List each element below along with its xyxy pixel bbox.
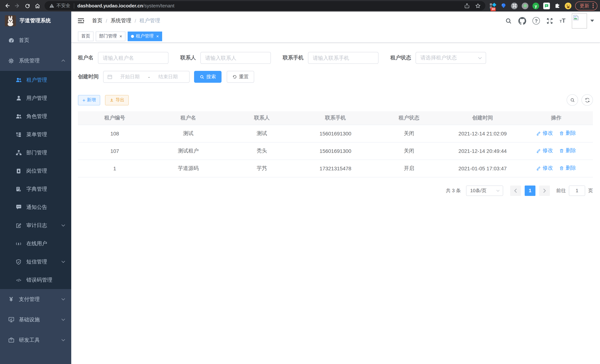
back-icon[interactable] — [3, 1, 12, 10]
app-logo — [5, 15, 16, 26]
extension-record-icon[interactable] — [522, 2, 528, 9]
user-menu[interactable] — [572, 13, 594, 28]
browser-toolbar: 不安全 dashboard.yudao.iocoder.cn/system/te… — [0, 0, 600, 11]
app-title: 芋道管理系统 — [20, 18, 51, 24]
sidebar-collapse-icon[interactable] — [76, 16, 86, 25]
update-button[interactable]: 更新 — [575, 1, 597, 10]
sidebar-item-menu[interactable]: 菜单管理 — [0, 125, 71, 144]
table-header-row: 租户编号 租户名 联系人 联系手机 租户状态 创建时间 操作 — [78, 111, 593, 125]
dict-icon — [15, 186, 22, 192]
sidebar-item-sms[interactable]: 短信管理 — [0, 253, 71, 271]
tab-tenant[interactable]: 租户管理 × — [128, 31, 162, 41]
sidebar-item-error-code[interactable]: </> 错误码管理 — [0, 271, 71, 289]
chevron-down-icon — [61, 318, 65, 321]
breadcrumb-current: 租户管理 — [140, 18, 160, 24]
search-button[interactable]: 搜索 — [194, 71, 222, 83]
browser-menu-icon[interactable] — [593, 3, 594, 8]
sidebar-item-role[interactable]: 角色管理 — [0, 107, 71, 125]
edit-button[interactable]: 修改 — [536, 165, 553, 172]
refresh-table-button[interactable] — [581, 94, 593, 106]
contact-input[interactable] — [200, 52, 271, 64]
profile-avatar-icon[interactable] — [565, 2, 572, 9]
add-button[interactable]: + 新增 — [78, 95, 100, 105]
goto-page-input[interactable] — [569, 185, 585, 196]
contact-label: 联系人 — [180, 55, 196, 61]
col-tenant-name: 租户名 — [151, 111, 225, 125]
sidebar-item-audit-log[interactable]: 审计日志 — [0, 216, 71, 234]
goto-label: 前往 — [556, 187, 566, 194]
sidebar-item-system[interactable]: 系统管理 — [0, 50, 71, 71]
toggle-search-button[interactable] — [567, 94, 578, 106]
sidebar-item-online-users[interactable]: 在线用户 — [0, 234, 71, 253]
tags-view: 首页 部门管理 × 租户管理 × — [71, 30, 600, 43]
sidebar-item-dict[interactable]: 字典管理 — [0, 180, 71, 198]
sidebar-item-user[interactable]: 用户管理 — [0, 89, 71, 107]
tree-icon — [15, 131, 22, 138]
online-icon — [15, 240, 22, 247]
chevron-down-icon — [61, 298, 65, 300]
page-1-button[interactable]: 1 — [525, 185, 535, 196]
sidebar-item-post[interactable]: 岗位管理 — [0, 162, 71, 180]
delete-button[interactable]: 删除 — [559, 148, 576, 154]
tenant-name-label: 租户名 — [78, 55, 94, 61]
security-warning-icon[interactable] — [49, 3, 55, 9]
logo-row[interactable]: 芋道管理系统 — [0, 11, 71, 30]
help-icon[interactable]: ? — [533, 17, 540, 25]
navbar: 首页 / 系统管理 / 租户管理 ? — [71, 11, 600, 30]
update-label: 更新 — [580, 2, 589, 9]
edit-button[interactable]: 修改 — [536, 130, 553, 137]
breadcrumb-home[interactable]: 首页 — [92, 18, 103, 24]
sitemap-icon — [15, 149, 22, 156]
share-icon[interactable] — [464, 3, 470, 9]
page-size-select[interactable]: 10条/页 — [466, 185, 503, 196]
extension-y-icon[interactable]: y — [533, 2, 539, 9]
create-time-label: 创建时间 — [78, 74, 99, 80]
reload-icon[interactable] — [23, 1, 32, 10]
system-submenu: 租户管理 用户管理 角色管理 — [0, 71, 71, 289]
fullscreen-icon[interactable] — [546, 17, 553, 24]
pagination-total: 共 3 条 — [446, 187, 461, 194]
col-contact: 联系人 — [225, 111, 299, 125]
extensions-area: 10 y — [489, 2, 572, 9]
status-select[interactable]: 请选择租户状态 — [416, 52, 486, 64]
edit-button[interactable]: 修改 — [536, 148, 553, 154]
bookmark-star-icon[interactable] — [475, 3, 481, 9]
close-icon[interactable]: × — [120, 34, 122, 38]
forward-icon[interactable] — [13, 1, 22, 10]
header-search-icon[interactable] — [505, 17, 512, 24]
close-icon[interactable]: × — [156, 34, 159, 38]
extension-command-icon[interactable] — [511, 2, 518, 9]
extension-chat-icon[interactable] — [543, 2, 550, 9]
breadcrumb-system[interactable]: 系统管理 — [111, 18, 131, 24]
sidebar-item-dev-tools[interactable]: 研发工具 — [0, 330, 71, 350]
mobile-input[interactable] — [308, 52, 378, 64]
delete-button[interactable]: 删除 — [559, 165, 576, 172]
extension-tabs-icon[interactable]: 10 — [489, 2, 496, 9]
reset-button[interactable]: 重置 — [227, 71, 254, 83]
mobile-label: 联系手机 — [283, 55, 303, 61]
home-icon[interactable] — [33, 1, 42, 10]
github-icon[interactable] — [518, 17, 526, 25]
prev-page-button[interactable] — [510, 185, 521, 196]
extension-balloon-icon[interactable] — [500, 2, 507, 9]
sidebar-item-dept[interactable]: 部门管理 — [0, 144, 71, 162]
breadcrumb-separator: / — [106, 18, 107, 24]
tab-dept[interactable]: 部门管理 × — [96, 31, 125, 41]
sidebar-item-home[interactable]: 首页 — [0, 30, 71, 50]
delete-button[interactable]: 删除 — [559, 130, 576, 137]
sidebar-item-pay[interactable]: ¥ 支付管理 — [0, 289, 71, 309]
sidebar-item-tenant[interactable]: 租户管理 — [0, 71, 71, 89]
tenant-name-input[interactable] — [98, 52, 169, 64]
badge-icon — [15, 168, 22, 174]
tab-home[interactable]: 首页 — [78, 31, 94, 41]
font-size-icon[interactable]: TT — [560, 18, 565, 24]
export-button[interactable]: 导出 — [105, 95, 129, 105]
address-bar[interactable]: 不安全 dashboard.yudao.iocoder.cn/system/te… — [45, 1, 485, 10]
extensions-puzzle-icon[interactable] — [554, 2, 561, 9]
chevron-down-icon — [61, 339, 65, 341]
caret-down-icon — [590, 20, 594, 22]
sidebar-item-notice[interactable]: 通知公告 — [0, 198, 71, 216]
next-page-button[interactable] — [539, 185, 550, 196]
create-time-range-picker[interactable]: 开始日期 - 结束日期 — [103, 71, 190, 83]
sidebar-item-infra[interactable]: 基础设施 — [0, 309, 71, 330]
